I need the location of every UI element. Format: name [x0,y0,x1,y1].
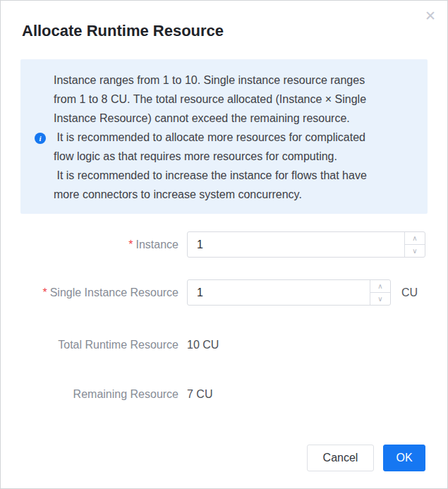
cancel-button[interactable]: Cancel [307,445,374,471]
notice-paragraph-complicated-flow: It is recommended to allocate more resou… [54,128,411,166]
remaining-resource-label: Remaining Resource [20,387,178,402]
instance-label: *Instance [20,238,178,252]
total-runtime-resource-label: Total Runtime Resource [20,338,178,352]
required-marker: * [128,239,133,250]
increment-icon[interactable]: ∧ [370,280,390,293]
cu-unit-label: CU [401,286,418,299]
required-marker: * [42,286,47,298]
instance-spinner[interactable]: ∧ ∨ [404,232,425,257]
increment-icon[interactable]: ∧ [405,232,425,245]
decrement-icon[interactable]: ∨ [370,293,390,305]
remaining-resource-row: Remaining Resource 7 CU [20,387,447,402]
instance-stepper[interactable]: ∧ ∨ [187,231,425,258]
ok-button[interactable]: OK [383,445,425,471]
single-instance-resource-spinner[interactable]: ∧ ∨ [370,280,390,305]
decrement-icon[interactable]: ∨ [405,245,425,257]
single-instance-resource-field-row: *Single Instance Resource ∧ ∨ CU [20,279,447,306]
allocate-runtime-resource-dialog: ✕ Allocate Runtime Resource i Instance r… [0,0,448,489]
remaining-resource-value: 7 CU [187,387,212,402]
resource-notice-box: i Instance ranges from 1 to 10. Single i… [20,59,428,214]
single-instance-resource-input[interactable] [188,280,370,305]
info-icon: i [35,133,46,144]
total-runtime-resource-value: 10 CU [187,338,219,352]
single-instance-resource-label-text: Single Instance Resource [50,286,178,298]
instance-field-row: *Instance ∧ ∨ [20,231,447,258]
instance-label-text: Instance [136,239,178,250]
dialog-title: Allocate Runtime Resource [22,20,426,42]
close-icon[interactable]: ✕ [425,9,436,23]
single-instance-resource-stepper[interactable]: ∧ ∨ [187,279,391,306]
dialog-footer: Cancel OK [307,445,425,471]
notice-paragraph-ranges: Instance ranges from 1 to 10. Single ins… [54,71,411,128]
total-runtime-resource-row: Total Runtime Resource 10 CU [20,338,447,352]
notice-paragraph-concurrency: It is recommended to increase the instan… [54,166,411,204]
single-instance-resource-label: *Single Instance Resource [20,286,178,300]
instance-input[interactable] [188,232,404,257]
